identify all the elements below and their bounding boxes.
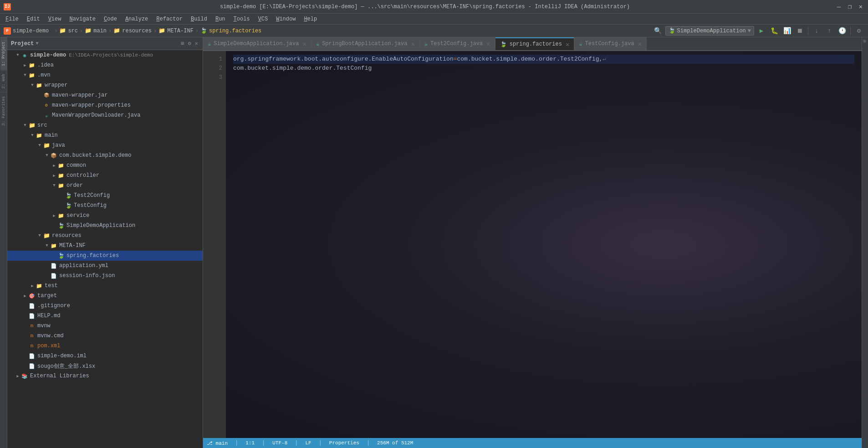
status-branch[interactable]: ⎇ main bbox=[207, 440, 228, 446]
tree-item-gitignore[interactable]: 📄 .gitignore bbox=[7, 301, 203, 311]
tab-spring-boot[interactable]: ☕ SpringBootApplication.java ✕ bbox=[311, 37, 420, 50]
run-config-selector[interactable]: 🍃 SimpleDemoApplication ▼ bbox=[665, 26, 754, 36]
settings-button[interactable]: ⚙ bbox=[853, 26, 864, 36]
tree-item-testconfig[interactable]: 🍃 TestConfig bbox=[7, 201, 203, 211]
tree-item-target[interactable]: ▶ 🎯 target bbox=[7, 291, 203, 301]
nav-crumb-main[interactable]: 📁 main bbox=[85, 27, 107, 34]
tree-item-root[interactable]: ▼ ◉ simple-demo E:\IDEA-Projects\simple-… bbox=[7, 50, 203, 60]
sidebar-item-project[interactable]: 1: Project bbox=[0, 37, 7, 70]
run-with-coverage-button[interactable]: 📊 bbox=[781, 26, 792, 36]
tree-item-service[interactable]: ▶ 📁 service bbox=[7, 211, 203, 221]
tree-item-maven-downloader[interactable]: ☕ MavenWrapperDownloader.java bbox=[7, 110, 203, 120]
restore-button[interactable]: ❐ bbox=[846, 3, 853, 10]
tab-simple-demo-app[interactable]: ☕ SimpleDemoApplication.java ✕ bbox=[203, 37, 311, 50]
menu-analyze[interactable]: Analyze bbox=[122, 15, 152, 23]
status-line-col[interactable]: 1:1 bbox=[245, 440, 255, 446]
tree-item-common[interactable]: ▶ 📁 common bbox=[7, 160, 203, 170]
mvnw-cmd-label: mvnw.cmd bbox=[37, 333, 64, 339]
minimize-button[interactable]: — bbox=[835, 3, 842, 10]
search-everywhere-btn[interactable]: 🔍 bbox=[653, 26, 664, 36]
tab-spring-factories[interactable]: 🍃 spring.factories ✕ bbox=[495, 37, 575, 50]
tree-item-mvnw[interactable]: m mvnw bbox=[7, 321, 203, 331]
panel-title-arrow[interactable]: ▼ bbox=[36, 41, 38, 46]
status-memory[interactable]: 256M of 512M bbox=[377, 440, 413, 446]
menu-build[interactable]: Build bbox=[187, 15, 211, 23]
tree-item-test2config[interactable]: 🍃 Test2Config bbox=[7, 191, 203, 201]
tree-arrow-order: ▼ bbox=[51, 183, 57, 188]
git-push-button[interactable]: ↑ bbox=[824, 26, 835, 36]
json-icon: 📄 bbox=[50, 272, 57, 279]
nav-crumb-meta[interactable]: 📁 META-INF bbox=[158, 27, 194, 34]
tree-item-sougo[interactable]: 📄 sougo创意_全部.xlsx bbox=[7, 361, 203, 371]
menu-refactor[interactable]: Refactor bbox=[153, 15, 186, 23]
git-update-button[interactable]: ↓ bbox=[811, 26, 822, 36]
app-label: SimpleDemoApplication bbox=[66, 222, 135, 229]
menu-navigate[interactable]: Navigate bbox=[66, 15, 99, 23]
tab-close-app[interactable]: ✕ bbox=[302, 40, 306, 48]
nav-crumb-factories[interactable]: 🍃 spring.factories bbox=[200, 27, 261, 34]
menu-file[interactable]: File bbox=[2, 15, 22, 23]
root-sublabel: E:\IDEA-Projects\simple-demo bbox=[69, 52, 153, 58]
tree-item-src[interactable]: ▼ 📁 src bbox=[7, 120, 203, 130]
tab-close-factories[interactable]: ✕ bbox=[566, 41, 569, 48]
tree-item-jar[interactable]: 📦 maven-wrapper.jar bbox=[7, 90, 203, 100]
tree-arrow-test: ▶ bbox=[29, 283, 36, 288]
menu-vcs[interactable]: VCS bbox=[255, 15, 272, 23]
tree-item-test[interactable]: ▶ 📁 test bbox=[7, 281, 203, 291]
tree-item-application-yml[interactable]: 📄 application.yml bbox=[7, 261, 203, 271]
spring-class-icon-test2: 🍃 bbox=[65, 192, 72, 199]
tab-close-test2[interactable]: ✕ bbox=[486, 40, 490, 48]
sidebar-item-web[interactable]: 2: Web bbox=[0, 70, 7, 92]
panel-icon-gear[interactable]: ⚙ bbox=[187, 39, 192, 48]
nav-crumb-resources[interactable]: 📁 resources bbox=[113, 27, 152, 34]
nav-crumb-src[interactable]: 📁 src bbox=[59, 27, 78, 34]
tree-item-wrapper[interactable]: ▼ 📁 wrapper bbox=[7, 80, 203, 90]
status-line-sep[interactable]: LF bbox=[305, 440, 311, 446]
tree-item-ext-libs[interactable]: ▶ 📚 External Libraries bbox=[7, 371, 203, 381]
tree-item-help[interactable]: 📄 HELP.md bbox=[7, 311, 203, 321]
tab-testconfig[interactable]: ☕ TestConfig.java ✕ bbox=[574, 37, 647, 50]
code-editor[interactable]: org.springframework.boot.autoconfigure.E… bbox=[226, 51, 862, 438]
tree-item-order[interactable]: ▼ 📁 order bbox=[7, 180, 203, 191]
tree-item-main[interactable]: ▼ 📁 main bbox=[7, 130, 203, 140]
tree-item-controller[interactable]: ▶ 📁 controller bbox=[7, 170, 203, 180]
history-button[interactable]: 🕐 bbox=[837, 26, 848, 36]
tree-item-mvnw-cmd[interactable]: m mvnw.cmd bbox=[7, 331, 203, 341]
tree-item-spring-factories[interactable]: 🍃 spring.factories bbox=[7, 251, 203, 261]
tree-item-pom[interactable]: m pom.xml bbox=[7, 341, 203, 351]
menu-tools[interactable]: Tools bbox=[230, 15, 254, 23]
tree-item-props[interactable]: ⚙ maven-wrapper.properties bbox=[7, 100, 203, 110]
tree-item-resources[interactable]: ▼ 📁 resources bbox=[7, 231, 203, 241]
tree-item-java[interactable]: ▼ 📁 java bbox=[7, 140, 203, 150]
tree-item-meta-inf[interactable]: ▼ 📁 META-INF bbox=[7, 241, 203, 251]
menu-code[interactable]: Code bbox=[100, 15, 121, 23]
folder-icon-2: 📁 bbox=[85, 27, 92, 34]
debug-button[interactable]: 🐛 bbox=[769, 26, 780, 36]
menu-view[interactable]: View bbox=[45, 15, 65, 23]
panel-icon-hide[interactable]: ✕ bbox=[194, 39, 199, 48]
tab-close-testconf[interactable]: ✕ bbox=[638, 40, 642, 48]
tree-item-simple-demo-app[interactable]: 🍃 SimpleDemoApplication bbox=[7, 221, 203, 231]
menu-run[interactable]: Run bbox=[212, 15, 229, 23]
tree-item-mvn[interactable]: ▼ 📁 .mvn bbox=[7, 70, 203, 80]
ext-libs-label: External Libraries bbox=[30, 373, 89, 379]
tree-item-package[interactable]: ▼ 📦 com.bucket.simple.demo bbox=[7, 150, 203, 160]
menu-window[interactable]: Window bbox=[272, 15, 299, 23]
sidebar-item-favorites[interactable]: 3: Favorites bbox=[0, 92, 7, 129]
tree-item-iml[interactable]: 📄 simple-demo.iml bbox=[7, 351, 203, 361]
menu-help[interactable]: Help bbox=[300, 15, 321, 23]
tree-item-session-json[interactable]: 📄 session-info.json bbox=[7, 271, 203, 281]
status-encoding[interactable]: UTF-8 bbox=[272, 440, 287, 446]
editor-content[interactable]: 1 2 3 org.springframework.boot.autoconfi… bbox=[203, 51, 862, 438]
wrapper-label: wrapper bbox=[45, 82, 67, 88]
stop-button[interactable]: ⏹ bbox=[794, 26, 805, 36]
run-button[interactable]: ▶ bbox=[756, 26, 767, 36]
panel-icon-layout[interactable]: ⊞ bbox=[180, 39, 185, 48]
tree-item-idea[interactable]: ▶ 📁 .idea bbox=[7, 60, 203, 70]
tab-test2config[interactable]: ☕ Test2Config.java ✕ bbox=[420, 37, 495, 50]
status-file-type[interactable]: Properties bbox=[329, 440, 359, 446]
tab-close-boot[interactable]: ✕ bbox=[411, 40, 414, 48]
close-button[interactable]: ✕ bbox=[857, 3, 864, 10]
menu-edit[interactable]: Edit bbox=[23, 15, 44, 23]
idea-label: .idea bbox=[37, 62, 54, 68]
